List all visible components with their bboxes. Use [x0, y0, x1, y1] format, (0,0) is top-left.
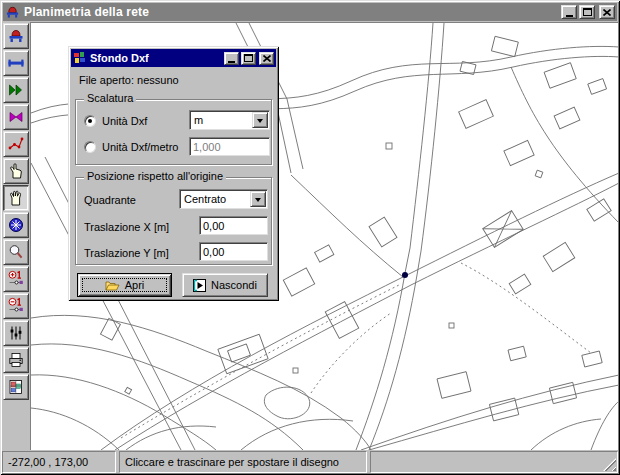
posizione-legend: Posizione rispetto all'origine	[84, 170, 226, 182]
apri-button-label: Apri	[125, 279, 145, 291]
zoom-tool-button[interactable]	[3, 239, 29, 265]
sliders-icon	[7, 324, 25, 342]
polyline-tool-button[interactable]	[3, 131, 29, 157]
pointing-hand-icon	[7, 162, 25, 180]
maximize-button[interactable]	[579, 5, 595, 19]
zoom-in-step-tool-button[interactable]	[3, 266, 29, 292]
play-box-icon	[193, 279, 206, 292]
quadrante-combobox-dropdown-button[interactable]	[250, 191, 266, 207]
nascondi-button[interactable]: Nascondi	[182, 273, 268, 297]
quadrante-combobox-value: Centrato	[180, 190, 250, 208]
unit-combobox-value: m	[190, 111, 252, 129]
dialog-maximize-button[interactable]	[241, 52, 256, 65]
open-hand-icon	[7, 189, 25, 207]
window-titlebar[interactable]: Planimetria della rete	[3, 3, 617, 21]
sfondo-dxf-dialog: Sfondo Dxf File aperto: nessuno Scalatur…	[68, 46, 279, 301]
pipe-icon	[7, 54, 25, 72]
unita-dxf-radio[interactable]	[84, 115, 96, 127]
map-report-tool-button[interactable]	[3, 374, 29, 400]
posizione-group: Posizione rispetto all'origine Quadrante…	[75, 177, 272, 265]
scalatura-legend: Scalatura	[84, 92, 136, 104]
tank-tool-button[interactable]	[3, 23, 29, 49]
window-title: Planimetria della rete	[24, 5, 561, 19]
tank-icon	[7, 27, 25, 45]
maximize-icon	[244, 54, 253, 62]
statusbar: -272,00 , 173,00 Cliccare e trascinare p…	[2, 451, 618, 473]
chevron-down-icon	[255, 198, 261, 205]
pipe-tool-button[interactable]	[3, 50, 29, 76]
file-open-label: File aperto: nessuno	[79, 74, 179, 86]
traslazione-x-input[interactable]	[199, 216, 268, 235]
app-window: Planimetria della rete	[0, 0, 620, 475]
valve-icon	[7, 108, 25, 126]
maximize-icon	[583, 8, 592, 16]
dialog-close-button[interactable]	[259, 52, 274, 65]
zoom-out-step-tool-button[interactable]	[3, 293, 29, 319]
minus-one-icon	[7, 297, 25, 315]
magnifier-icon	[7, 243, 25, 261]
quadrante-label: Quadrante	[84, 194, 136, 206]
dialog-titlebar[interactable]: Sfondo Dxf	[71, 49, 276, 67]
minimize-icon	[228, 61, 235, 63]
pump-icon	[7, 81, 25, 99]
pan-tool-button[interactable]	[3, 185, 29, 211]
chevron-down-icon	[257, 119, 263, 126]
polyline-icon	[7, 135, 25, 153]
minimize-icon	[566, 15, 573, 17]
traslazione-y-label: Traslazione Y [m]	[84, 247, 169, 259]
network-node[interactable]	[402, 272, 408, 278]
unita-dxf-metro-radio[interactable]	[84, 141, 96, 153]
dxf-per-metro-input[interactable]	[189, 137, 270, 156]
zoom-extents-tool-button[interactable]	[3, 212, 29, 238]
zoom-extents-icon	[7, 216, 25, 234]
unit-combobox-dropdown-button[interactable]	[252, 112, 268, 128]
valve-tool-button[interactable]	[3, 104, 29, 130]
plus-one-icon	[7, 270, 25, 288]
unita-dxf-label: Unità Dxf	[102, 115, 147, 127]
scalatura-group: Scalatura Unità Dxf m Unità Dxf/metro	[75, 99, 272, 165]
toolbar	[2, 22, 30, 450]
traslazione-y-input[interactable]	[199, 242, 268, 261]
dialog-icon	[73, 51, 87, 65]
close-icon	[263, 55, 271, 62]
app-icon	[5, 5, 20, 20]
print-tool-button[interactable]	[3, 347, 29, 373]
unita-dxf-metro-label: Unità Dxf/metro	[102, 141, 178, 153]
resize-grip-icon[interactable]	[603, 458, 616, 471]
close-button[interactable]	[599, 5, 615, 19]
pump-tool-button[interactable]	[3, 77, 29, 103]
apri-button[interactable]: Apri	[77, 273, 172, 297]
minimize-button[interactable]	[561, 5, 577, 19]
nascondi-button-label: Nascondi	[211, 279, 257, 291]
statusbar-empty-panel	[370, 451, 618, 473]
map-canvas[interactable]: Sfondo Dxf File aperto: nessuno Scalatur…	[30, 22, 618, 450]
open-folder-icon	[105, 280, 120, 291]
statusbar-coordinates: -272,00 , 173,00	[2, 451, 116, 473]
traslazione-x-label: Traslazione X [m]	[84, 221, 169, 233]
unit-combobox[interactable]: m	[189, 110, 270, 130]
close-icon	[603, 9, 611, 16]
quadrante-combobox[interactable]: Centrato	[179, 189, 268, 209]
dialog-title: Sfondo Dxf	[90, 52, 224, 64]
select-tool-button[interactable]	[3, 158, 29, 184]
options-tool-button[interactable]	[3, 320, 29, 346]
statusbar-message: Cliccare e trascinare per spostare il di…	[119, 451, 367, 473]
map-report-icon	[7, 378, 25, 396]
dialog-minimize-button[interactable]	[224, 52, 239, 65]
printer-icon	[7, 351, 25, 369]
